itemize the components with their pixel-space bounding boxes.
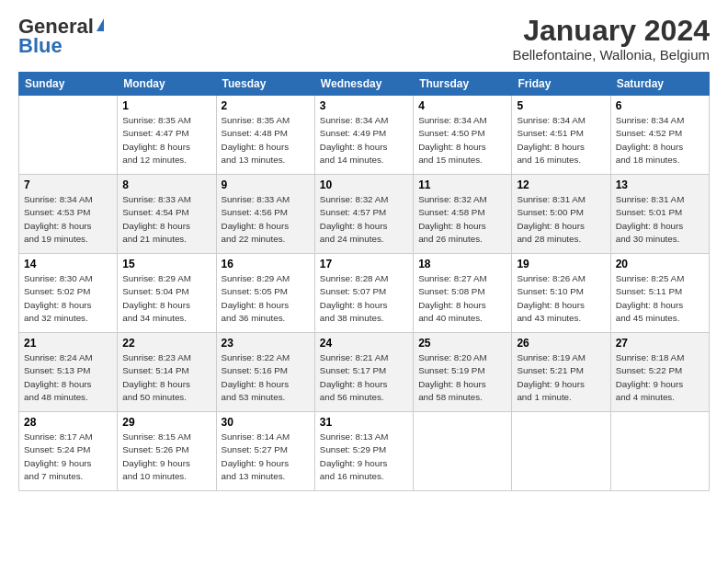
day-number: 12 [517, 178, 605, 191]
day-info: Sunrise: 8:21 AMSunset: 5:17 PMDaylight:… [320, 351, 408, 404]
day-number: 18 [418, 258, 506, 270]
day-number: 9 [222, 178, 310, 191]
day-info: Sunrise: 8:24 AMSunset: 5:13 PMDaylight:… [24, 351, 112, 404]
col-thursday: Thursday [414, 73, 512, 96]
day-info: Sunrise: 8:26 AMSunset: 5:10 PMDaylight:… [517, 272, 605, 325]
day-number: 23 [222, 337, 310, 350]
col-tuesday: Tuesday [216, 73, 314, 96]
calendar-cell [512, 412, 610, 491]
day-number: 30 [222, 416, 310, 429]
day-number: 22 [122, 337, 210, 350]
day-info: Sunrise: 8:29 AMSunset: 5:04 PMDaylight:… [122, 272, 210, 325]
col-friday: Friday [512, 73, 610, 96]
day-number: 24 [320, 337, 408, 350]
calendar-cell: 5Sunrise: 8:34 AMSunset: 4:51 PMDaylight… [512, 96, 610, 175]
calendar-cell: 6Sunrise: 8:34 AMSunset: 4:52 PMDaylight… [610, 96, 709, 175]
calendar-cell: 31Sunrise: 8:13 AMSunset: 5:29 PMDayligh… [314, 412, 413, 491]
calendar-cell: 19Sunrise: 8:26 AMSunset: 5:10 PMDayligh… [512, 254, 610, 333]
calendar-cell: 23Sunrise: 8:22 AMSunset: 5:16 PMDayligh… [216, 333, 314, 412]
calendar-cell: 16Sunrise: 8:29 AMSunset: 5:05 PMDayligh… [216, 254, 314, 333]
day-number: 26 [517, 337, 605, 350]
calendar-cell [610, 412, 709, 491]
day-number: 29 [122, 416, 210, 429]
header: General Blue January 2024 Bellefontaine,… [18, 15, 710, 63]
day-info: Sunrise: 8:14 AMSunset: 5:27 PMDaylight:… [222, 431, 310, 483]
day-number: 15 [122, 258, 210, 270]
day-number: 2 [222, 99, 310, 112]
calendar-cell: 22Sunrise: 8:23 AMSunset: 5:14 PMDayligh… [118, 333, 216, 412]
day-info: Sunrise: 8:19 AMSunset: 5:21 PMDaylight:… [517, 351, 605, 404]
day-info: Sunrise: 8:35 AMSunset: 4:47 PMDaylight:… [122, 114, 210, 167]
calendar-cell: 25Sunrise: 8:20 AMSunset: 5:19 PMDayligh… [414, 333, 512, 412]
day-info: Sunrise: 8:18 AMSunset: 5:22 PMDaylight:… [616, 351, 704, 404]
day-info: Sunrise: 8:34 AMSunset: 4:53 PMDaylight:… [24, 193, 112, 246]
calendar-cell: 28Sunrise: 8:17 AMSunset: 5:24 PMDayligh… [19, 412, 118, 491]
day-info: Sunrise: 8:27 AMSunset: 5:08 PMDaylight:… [418, 272, 506, 325]
calendar-cell: 26Sunrise: 8:19 AMSunset: 5:21 PMDayligh… [512, 333, 610, 412]
calendar-cell: 30Sunrise: 8:14 AMSunset: 5:27 PMDayligh… [216, 412, 314, 491]
day-info: Sunrise: 8:34 AMSunset: 4:49 PMDaylight:… [320, 114, 408, 167]
day-number: 11 [418, 178, 506, 191]
calendar-cell: 15Sunrise: 8:29 AMSunset: 5:04 PMDayligh… [118, 254, 216, 333]
day-number: 4 [418, 99, 506, 112]
month-title: January 2024 [512, 15, 710, 47]
day-number: 1 [122, 99, 210, 112]
calendar-body: 1Sunrise: 8:35 AMSunset: 4:47 PMDaylight… [19, 96, 710, 491]
day-number: 17 [320, 258, 408, 270]
calendar-table: Sunday Monday Tuesday Wednesday Thursday… [18, 72, 710, 491]
day-number: 20 [616, 258, 704, 270]
day-number: 27 [616, 337, 704, 350]
day-number: 31 [320, 416, 408, 429]
col-monday: Monday [118, 73, 216, 96]
day-number: 3 [320, 99, 408, 112]
day-number: 13 [616, 178, 704, 191]
calendar-cell [414, 412, 512, 491]
day-info: Sunrise: 8:22 AMSunset: 5:16 PMDaylight:… [222, 351, 310, 404]
week-row-5: 28Sunrise: 8:17 AMSunset: 5:24 PMDayligh… [19, 412, 710, 491]
calendar-cell: 11Sunrise: 8:32 AMSunset: 4:58 PMDayligh… [414, 175, 512, 254]
calendar-cell: 12Sunrise: 8:31 AMSunset: 5:00 PMDayligh… [512, 175, 610, 254]
calendar-cell: 14Sunrise: 8:30 AMSunset: 5:02 PMDayligh… [19, 254, 118, 333]
title-block: January 2024 Bellefontaine, Wallonia, Be… [512, 15, 710, 63]
location-title: Bellefontaine, Wallonia, Belgium [512, 47, 710, 63]
calendar-cell [19, 96, 118, 175]
calendar-cell: 20Sunrise: 8:25 AMSunset: 5:11 PMDayligh… [610, 254, 709, 333]
calendar-cell: 1Sunrise: 8:35 AMSunset: 4:47 PMDaylight… [118, 96, 216, 175]
header-row: Sunday Monday Tuesday Wednesday Thursday… [19, 73, 710, 96]
day-info: Sunrise: 8:31 AMSunset: 5:00 PMDaylight:… [517, 193, 605, 246]
day-info: Sunrise: 8:35 AMSunset: 4:48 PMDaylight:… [222, 114, 310, 167]
day-number: 28 [24, 416, 112, 429]
day-number: 14 [24, 258, 112, 270]
day-info: Sunrise: 8:23 AMSunset: 5:14 PMDaylight:… [122, 351, 210, 404]
calendar-cell: 9Sunrise: 8:33 AMSunset: 4:56 PMDaylight… [216, 175, 314, 254]
logo-blue: Blue [18, 37, 63, 55]
calendar-cell: 18Sunrise: 8:27 AMSunset: 5:08 PMDayligh… [414, 254, 512, 333]
calendar-cell: 29Sunrise: 8:15 AMSunset: 5:26 PMDayligh… [118, 412, 216, 491]
page: General Blue January 2024 Bellefontaine,… [0, 0, 728, 563]
day-info: Sunrise: 8:33 AMSunset: 4:54 PMDaylight:… [122, 193, 210, 246]
calendar-cell: 8Sunrise: 8:33 AMSunset: 4:54 PMDaylight… [118, 175, 216, 254]
calendar-cell: 4Sunrise: 8:34 AMSunset: 4:50 PMDaylight… [414, 96, 512, 175]
week-row-1: 1Sunrise: 8:35 AMSunset: 4:47 PMDaylight… [19, 96, 710, 175]
day-info: Sunrise: 8:30 AMSunset: 5:02 PMDaylight:… [24, 272, 112, 325]
calendar-cell: 24Sunrise: 8:21 AMSunset: 5:17 PMDayligh… [314, 333, 413, 412]
col-saturday: Saturday [610, 73, 709, 96]
week-row-2: 7Sunrise: 8:34 AMSunset: 4:53 PMDaylight… [19, 175, 710, 254]
day-info: Sunrise: 8:32 AMSunset: 4:57 PMDaylight:… [320, 193, 408, 246]
day-number: 6 [616, 99, 704, 112]
day-info: Sunrise: 8:34 AMSunset: 4:52 PMDaylight:… [616, 114, 704, 167]
calendar-cell: 21Sunrise: 8:24 AMSunset: 5:13 PMDayligh… [19, 333, 118, 412]
day-number: 16 [222, 258, 310, 270]
calendar-cell: 2Sunrise: 8:35 AMSunset: 4:48 PMDaylight… [216, 96, 314, 175]
day-number: 25 [418, 337, 506, 350]
week-row-3: 14Sunrise: 8:30 AMSunset: 5:02 PMDayligh… [19, 254, 710, 333]
col-wednesday: Wednesday [314, 73, 413, 96]
day-number: 21 [24, 337, 112, 350]
day-info: Sunrise: 8:15 AMSunset: 5:26 PMDaylight:… [122, 431, 210, 483]
day-info: Sunrise: 8:17 AMSunset: 5:24 PMDaylight:… [24, 431, 112, 483]
calendar-header: Sunday Monday Tuesday Wednesday Thursday… [19, 73, 710, 96]
day-info: Sunrise: 8:20 AMSunset: 5:19 PMDaylight:… [418, 351, 506, 404]
day-info: Sunrise: 8:32 AMSunset: 4:58 PMDaylight:… [418, 193, 506, 246]
day-info: Sunrise: 8:31 AMSunset: 5:01 PMDaylight:… [616, 193, 704, 246]
day-info: Sunrise: 8:25 AMSunset: 5:11 PMDaylight:… [616, 272, 704, 325]
